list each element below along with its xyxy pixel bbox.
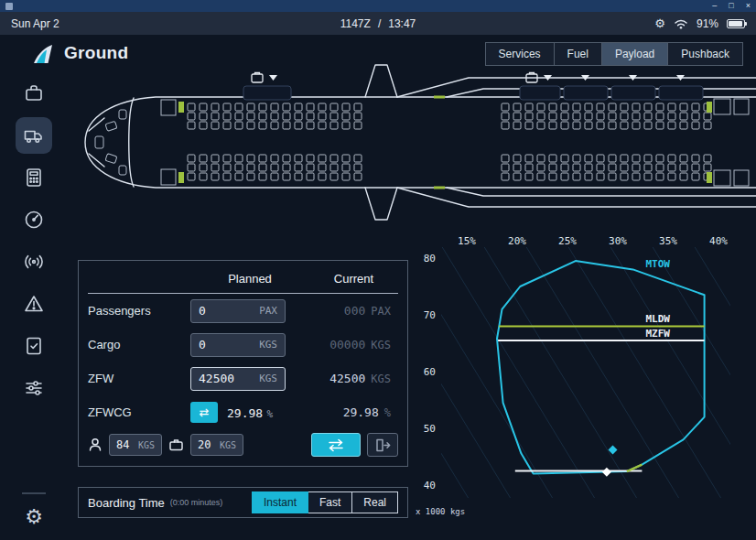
baggage-icon bbox=[168, 437, 184, 452]
svg-text:MLDW: MLDW bbox=[646, 313, 671, 325]
antenna-icon bbox=[23, 251, 45, 273]
tab-fuel[interactable]: Fuel bbox=[554, 43, 601, 65]
passengers-planned-value: 0 bbox=[199, 304, 206, 318]
briefcase-icon bbox=[252, 73, 263, 83]
sidebar-item-radio[interactable] bbox=[16, 243, 52, 280]
pax-weight-value: 84 bbox=[116, 438, 129, 451]
efb-window: – □ × Sun Apr 2 1147Z/13:47 ⚙ 91% bbox=[0, 0, 756, 540]
fwd-cargo-dropdown[interactable] bbox=[243, 73, 291, 101]
passengers-current-value: 000 bbox=[344, 304, 365, 318]
gauge-icon bbox=[23, 209, 45, 231]
zfwcg-planned-value: 29.98 bbox=[227, 406, 263, 420]
svg-text:60: 60 bbox=[424, 366, 436, 378]
hold-5-dropdown[interactable] bbox=[659, 75, 703, 100]
boarding-real-button[interactable]: Real bbox=[351, 491, 398, 513]
cargo-hold-widgets bbox=[243, 73, 703, 101]
boarding-time-label: Boarding Time bbox=[88, 496, 165, 510]
minimize-button[interactable]: – bbox=[712, 0, 717, 12]
utc-time: 1147Z bbox=[340, 17, 371, 30]
zfwcg-current-unit: % bbox=[384, 406, 391, 419]
svg-text:35%: 35% bbox=[659, 235, 677, 247]
sidebar-divider bbox=[22, 492, 46, 494]
payload-header: Planned Current bbox=[88, 265, 398, 294]
zfw-planned-value: 42500 bbox=[199, 372, 234, 385]
truck-icon bbox=[23, 124, 45, 146]
svg-text:30%: 30% bbox=[609, 235, 627, 247]
hold-4-dropdown[interactable] bbox=[611, 75, 655, 100]
zfwcg-row: ZFWCG ⇄ 29.98 % 29.98 % bbox=[79, 395, 407, 429]
boarding-instant-button[interactable]: Instant bbox=[252, 491, 308, 513]
sidebar-item-checklists[interactable] bbox=[16, 328, 52, 364]
sidebar-item-settings[interactable]: ⚙ bbox=[25, 507, 43, 527]
briefcase-icon bbox=[23, 82, 45, 104]
statusbar: Sun Apr 2 1147Z/13:47 ⚙ 91% bbox=[0, 12, 756, 35]
passengers-planned-input[interactable]: 0 PAX bbox=[190, 299, 286, 323]
cargo-planned-input[interactable]: 0 KGS bbox=[190, 333, 286, 357]
sidebar-item-failures[interactable] bbox=[16, 286, 52, 322]
app-icon bbox=[5, 3, 13, 10]
cargo-planned-value: 0 bbox=[199, 338, 206, 351]
pax-weight-input[interactable]: 84 KGS bbox=[109, 434, 162, 456]
close-button[interactable]: × bbox=[746, 0, 751, 12]
tab-payload[interactable]: Payload bbox=[601, 43, 667, 65]
aircraft-seatmap bbox=[55, 59, 756, 227]
payload-panel: Planned Current Passengers 0 PAX 000 PAX… bbox=[78, 260, 408, 467]
wifi-icon bbox=[674, 18, 688, 29]
sidebar-item-options[interactable] bbox=[16, 370, 52, 406]
marker-zfw-cg bbox=[602, 468, 611, 477]
svg-text:20%: 20% bbox=[508, 235, 526, 247]
pax-weight-unit: KGS bbox=[138, 440, 155, 450]
zfwcg-planned-unit: % bbox=[267, 408, 274, 420]
zfw-label: ZFW bbox=[88, 372, 190, 385]
tab-pushback[interactable]: Pushback bbox=[667, 43, 742, 65]
clock-separator: / bbox=[378, 17, 381, 30]
svg-text:MZFW: MZFW bbox=[646, 328, 671, 340]
svg-text:40%: 40% bbox=[709, 235, 728, 247]
tab-services[interactable]: Services bbox=[486, 43, 554, 65]
zfwcg-current: 29.98 % bbox=[309, 405, 398, 419]
zfw-current-unit: KGS bbox=[371, 373, 391, 385]
board-transfer-button[interactable] bbox=[311, 433, 361, 457]
sidebar-item-ground[interactable] bbox=[16, 117, 52, 154]
bag-weight-unit: KGS bbox=[220, 440, 236, 450]
passenger-icon bbox=[88, 437, 103, 452]
bag-weight-value: 20 bbox=[198, 438, 211, 451]
deboard-button[interactable] bbox=[367, 433, 398, 457]
aft-cargo-dropdown[interactable] bbox=[520, 73, 560, 101]
zfw-row: ZFW 42500 KGS 42500 KGS bbox=[79, 362, 407, 395]
passengers-row: Passengers 0 PAX 000 PAX bbox=[79, 294, 407, 328]
fuselage-outline bbox=[85, 97, 756, 188]
hold-3-dropdown[interactable] bbox=[564, 75, 608, 100]
battery-icon bbox=[727, 19, 745, 28]
bag-weight-input[interactable]: 20 KGS bbox=[190, 434, 243, 456]
checklist-icon bbox=[23, 335, 45, 357]
chart-grid bbox=[414, 245, 754, 502]
gear-icon: ⚙ bbox=[25, 505, 43, 528]
zfwcg-swap-button[interactable]: ⇄ bbox=[190, 402, 218, 423]
seat-map bbox=[188, 103, 711, 180]
tab-bar: Services Fuel Payload Pushback bbox=[485, 42, 743, 66]
sidebar-item-dispatch[interactable] bbox=[16, 75, 52, 112]
sidebar-item-performance[interactable] bbox=[16, 159, 52, 196]
zfw-current-value: 42500 bbox=[329, 372, 365, 385]
sidebar-item-navigation[interactable] bbox=[16, 201, 52, 238]
svg-text:15%: 15% bbox=[458, 235, 476, 247]
cargo-current: 00000 KGS bbox=[309, 338, 398, 351]
boarding-speed-group: Instant Fast Real bbox=[253, 491, 398, 513]
payload-footer: 84 KGS 20 KGS bbox=[88, 433, 398, 457]
cg-envelope-chart: 15%20%25%30%35%40%8070605040x 1000 kgsMT… bbox=[414, 231, 754, 520]
maximize-button[interactable]: □ bbox=[729, 0, 733, 12]
window-titlebar: – □ × bbox=[0, 0, 756, 12]
warning-icon bbox=[23, 293, 45, 315]
cockpit-equipment bbox=[95, 110, 126, 175]
exit-icon bbox=[374, 438, 391, 452]
planned-column-header: Planned bbox=[190, 272, 309, 286]
boarding-fast-button[interactable]: Fast bbox=[308, 491, 352, 513]
window-controls: – □ × bbox=[712, 0, 751, 12]
swap-icon: ⇄ bbox=[200, 405, 210, 419]
zfw-planned-input[interactable]: 42500 KGS bbox=[190, 367, 286, 391]
battery-percent: 91% bbox=[697, 17, 718, 30]
status-clock: 1147Z/13:47 bbox=[0, 17, 756, 30]
cargo-planned-unit: KGS bbox=[259, 339, 277, 351]
airline-logo bbox=[31, 42, 55, 66]
